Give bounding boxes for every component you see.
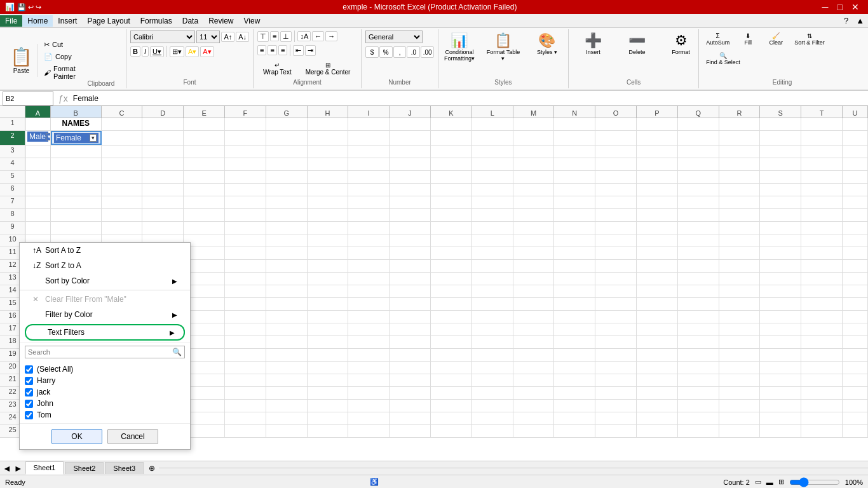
cell-o6[interactable] (595, 184, 637, 196)
cell-u24[interactable] (843, 412, 868, 424)
find-select-button[interactable]: 🔍 Find & Select (703, 50, 743, 67)
cell-k8[interactable] (431, 209, 472, 221)
cell-f22[interactable] (225, 387, 266, 399)
text-direction-btn[interactable]: ↕A (297, 31, 311, 41)
cell-g4[interactable] (266, 158, 308, 170)
search-icon[interactable]: 🔍 (170, 346, 184, 358)
cell-o7[interactable] (595, 196, 637, 208)
col-header-g[interactable]: G (266, 106, 308, 118)
cell-q23[interactable] (678, 400, 719, 412)
col-header-a[interactable]: A (25, 106, 51, 118)
ribbon-collapse-icon[interactable]: ▲ (852, 16, 868, 25)
cell-c2[interactable] (102, 131, 143, 145)
cell-p10[interactable] (637, 234, 678, 247)
cell-o16[interactable] (595, 311, 637, 323)
cell-l2[interactable] (472, 131, 513, 145)
cell-j13[interactable] (390, 273, 431, 285)
cell-b2[interactable]: Female ▾ (51, 131, 102, 145)
cell-m3[interactable] (513, 146, 555, 158)
cell-p23[interactable] (637, 400, 678, 412)
cell-d3[interactable] (142, 146, 184, 158)
cell-n17[interactable] (554, 323, 595, 336)
cell-u20[interactable] (843, 362, 868, 374)
cell-f8[interactable] (225, 209, 266, 221)
cell-f17[interactable] (225, 323, 266, 336)
cell-f23[interactable] (225, 400, 266, 412)
sheet-nav[interactable]: ◄ ► (0, 463, 25, 473)
col-header-j[interactable]: J (390, 106, 431, 118)
insert-button[interactable]: ➕ Insert (573, 30, 614, 57)
cell-d7[interactable] (142, 196, 184, 208)
cell-n19[interactable] (554, 349, 595, 361)
sheet-tab-3[interactable]: Sheet3 (105, 462, 144, 474)
cell-t21[interactable] (801, 374, 843, 386)
cell-k15[interactable] (431, 298, 472, 310)
cell-t25[interactable] (801, 425, 843, 437)
cell-b6[interactable] (51, 184, 102, 196)
cell-t8[interactable] (801, 209, 843, 221)
cell-q13[interactable] (678, 273, 719, 285)
cell-r13[interactable] (719, 273, 761, 285)
cell-o21[interactable] (595, 374, 637, 386)
cell-k19[interactable] (431, 349, 472, 361)
search-input[interactable] (25, 347, 170, 357)
cell-j16[interactable] (390, 311, 431, 323)
cell-n4[interactable] (554, 158, 595, 170)
cell-m6[interactable] (513, 184, 555, 196)
sort-a-z-item[interactable]: ↑A Sort A to Z (20, 243, 190, 258)
cell-h9[interactable] (308, 222, 349, 234)
increase-decimal-btn[interactable]: .00 (421, 46, 434, 58)
cell-j4[interactable] (390, 158, 431, 170)
align-left-btn[interactable]: ≡ (257, 45, 266, 55)
cell-q6[interactable] (678, 184, 719, 196)
cell-m8[interactable] (513, 209, 555, 221)
cell-r17[interactable] (719, 323, 761, 336)
cell-l6[interactable] (472, 184, 513, 196)
cell-l11[interactable] (472, 247, 513, 259)
cell-n6[interactable] (554, 184, 595, 196)
cell-s17[interactable] (760, 323, 801, 336)
cell-g16[interactable] (266, 311, 308, 323)
cell-t6[interactable] (801, 184, 843, 196)
cell-h18[interactable] (308, 336, 349, 348)
cell-j20[interactable] (390, 362, 431, 374)
cell-r18[interactable] (719, 336, 761, 348)
row-num-9[interactable]: 9 (0, 222, 25, 234)
cell-m25[interactable] (513, 425, 555, 437)
cell-b9[interactable] (51, 222, 102, 234)
cell-n9[interactable] (554, 222, 595, 234)
cell-m17[interactable] (513, 323, 555, 336)
cell-h16[interactable] (308, 311, 349, 323)
cell-p24[interactable] (637, 412, 678, 424)
cell-b1[interactable]: NAMES (51, 118, 102, 130)
cell-a4[interactable] (25, 158, 51, 170)
cell-reference-box[interactable] (3, 92, 53, 105)
cell-e4[interactable] (184, 158, 225, 170)
cell-s5[interactable] (760, 171, 801, 183)
cell-n14[interactable] (554, 285, 595, 297)
cell-h11[interactable] (308, 247, 349, 259)
cell-t22[interactable] (801, 387, 843, 399)
row-num-6[interactable]: 6 (0, 184, 25, 196)
cell-l12[interactable] (472, 260, 513, 272)
cell-e2[interactable] (184, 131, 225, 145)
cell-b8[interactable] (51, 209, 102, 221)
conditional-formatting-button[interactable]: 📊 ConditionalFormatting▾ (438, 30, 480, 64)
cell-h12[interactable] (308, 260, 349, 272)
cell-o19[interactable] (595, 349, 637, 361)
cell-k4[interactable] (431, 158, 472, 170)
cell-q15[interactable] (678, 298, 719, 310)
copy-button[interactable]: 📄 Copy (41, 51, 79, 62)
cell-f1[interactable] (225, 118, 266, 130)
cell-o18[interactable] (595, 336, 637, 348)
cell-s20[interactable] (760, 362, 801, 374)
cell-l21[interactable] (472, 374, 513, 386)
cell-j18[interactable] (390, 336, 431, 348)
cell-t2[interactable] (801, 131, 843, 145)
cell-q19[interactable] (678, 349, 719, 361)
cell-s3[interactable] (760, 146, 801, 158)
cell-p13[interactable] (637, 273, 678, 285)
cell-r1[interactable] (719, 118, 761, 130)
cell-c4[interactable] (102, 158, 143, 170)
cell-n18[interactable] (554, 336, 595, 348)
